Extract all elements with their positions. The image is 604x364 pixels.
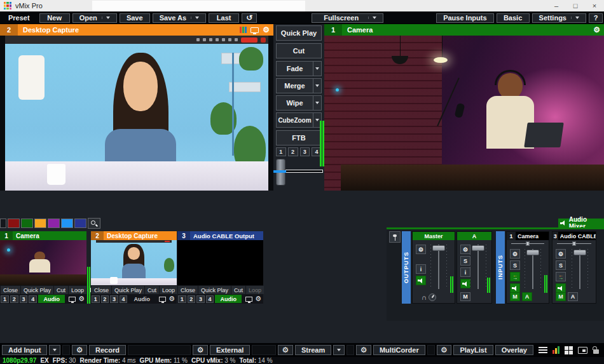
record-settings-button[interactable]: ⚙ <box>72 345 87 355</box>
loop-button[interactable]: Loop <box>69 286 86 294</box>
pan-handle[interactable] <box>573 241 576 246</box>
channel-header[interactable]: Master <box>413 232 455 240</box>
add-input-button[interactable]: Add Input <box>2 345 47 355</box>
external-button[interactable]: External <box>210 345 250 355</box>
speaker-button[interactable] <box>556 283 566 293</box>
last-preset-button[interactable]: Last <box>209 13 239 23</box>
solo-button[interactable]: S <box>460 256 470 266</box>
stream-config-button[interactable]: ⚙ <box>356 345 371 355</box>
preset-button[interactable]: Preset <box>1 13 37 23</box>
close-button[interactable]: Close <box>92 286 111 294</box>
transition-position-1[interactable]: 1 <box>276 147 286 156</box>
overlay-button[interactable]: Overlay <box>495 345 533 355</box>
color-bars-icon[interactable] <box>240 27 247 33</box>
overlay-1-button[interactable]: 1 <box>92 295 100 303</box>
unlock-icon[interactable] <box>593 346 600 354</box>
overlay-2-button[interactable]: 2 <box>101 295 109 303</box>
input-2-thumbnail[interactable] <box>91 240 177 285</box>
input-1-thumbnail[interactable] <box>0 240 86 285</box>
overlay-3-button[interactable]: 3 <box>110 295 118 303</box>
overlay-1-button[interactable]: 1 <box>178 295 186 303</box>
monitor-icon[interactable] <box>159 297 166 302</box>
channel-header[interactable]: 3 Audio CABLE Output <box>553 232 596 240</box>
mute-button[interactable]: M <box>510 292 520 301</box>
save-as-button[interactable]: Save As <box>153 13 206 23</box>
gear-icon[interactable]: ⚙ <box>168 295 175 303</box>
overlay-3-button[interactable]: 3 <box>20 295 28 303</box>
multicorder-button[interactable]: MultiCorder <box>373 345 425 355</box>
audio-mixer-title[interactable]: Audio Mixer <box>558 219 604 227</box>
monitor-icon[interactable] <box>69 297 76 302</box>
channel-header[interactable]: 1 Camera <box>507 232 549 240</box>
gear-icon[interactable]: ⚙ <box>263 26 270 34</box>
pause-inputs-button[interactable]: Pause Inputs <box>436 13 493 23</box>
category-swatch-blue[interactable] <box>61 219 73 228</box>
speaker-button[interactable] <box>460 279 470 288</box>
cut-button[interactable]: Cut <box>276 43 322 58</box>
fade-button[interactable]: Fade <box>276 61 322 76</box>
category-swatch-green[interactable] <box>21 219 33 228</box>
gear-icon[interactable]: ⚙ <box>416 245 426 254</box>
category-swatch-gray[interactable] <box>0 219 6 228</box>
display-icon[interactable] <box>578 347 587 354</box>
overlay-2-button[interactable]: 2 <box>10 295 18 303</box>
gear-icon[interactable]: ⚙ <box>556 249 566 259</box>
open-button[interactable]: Open <box>72 13 117 23</box>
close-button[interactable]: Close <box>178 286 198 294</box>
basic-button[interactable]: Basic <box>497 13 530 23</box>
settings-button[interactable]: Settings <box>532 13 586 23</box>
monitor-icon[interactable] <box>245 297 252 302</box>
bus-a-button[interactable]: A <box>568 292 578 301</box>
solo-button[interactable]: S <box>556 260 566 270</box>
quick-play-button[interactable]: Quick Play <box>112 286 144 294</box>
overlay-2-button[interactable]: 2 <box>188 295 196 303</box>
program-video[interactable] <box>324 36 604 191</box>
multicorder-config-button[interactable]: ⚙ <box>437 345 452 355</box>
gear-icon[interactable]: ⚙ <box>460 245 470 254</box>
speaker-button[interactable] <box>510 283 520 293</box>
reload-preset-icon[interactable]: ↺ <box>242 13 257 23</box>
category-swatch-red[interactable] <box>8 219 20 228</box>
program-header[interactable]: 1 Camera ⚙ <box>324 24 604 36</box>
channel-header[interactable]: A <box>457 232 491 240</box>
gear-icon[interactable]: ⚙ <box>78 295 85 303</box>
pin-button[interactable] <box>389 231 401 243</box>
input-3-header[interactable]: 3 Audio CABLE Output <box>177 231 263 240</box>
category-swatch-orange[interactable] <box>34 219 46 228</box>
fader-handle[interactable] <box>526 250 539 255</box>
input-3-thumbnail[interactable] <box>177 240 263 285</box>
ftb-button[interactable]: FTB <box>276 130 322 145</box>
category-swatch-purple[interactable] <box>48 219 60 228</box>
close-button[interactable]: Close <box>1 286 20 294</box>
mute-button[interactable]: M <box>460 292 470 301</box>
quick-play-button[interactable]: Quick Play <box>21 286 53 294</box>
headphones-icon[interactable]: ∩ <box>422 293 427 301</box>
gear-icon[interactable]: ⚙ <box>593 26 600 34</box>
preview-video[interactable] <box>0 36 273 191</box>
stream-caret[interactable] <box>333 345 345 355</box>
overlay-4-button[interactable]: 4 <box>120 295 128 303</box>
merge-button[interactable]: Merge <box>276 78 322 93</box>
route-arrows-icon[interactable]: ←→ <box>556 272 566 281</box>
minimize-button[interactable]: – <box>547 0 566 11</box>
audio-button[interactable]: Audio <box>38 295 65 303</box>
gear-icon[interactable]: ⚙ <box>510 249 520 259</box>
preview-header[interactable]: 2 Desktop Capture ⚙ <box>0 24 273 36</box>
external-config-button[interactable]: ⚙ <box>278 345 293 355</box>
mute-button[interactable]: M <box>556 292 566 301</box>
solo-button[interactable]: S <box>510 260 520 270</box>
cubezoom-button[interactable]: CubeZoom <box>276 112 322 128</box>
close-button[interactable]: × <box>585 0 604 11</box>
speaker-button[interactable] <box>416 276 426 285</box>
menu-icon[interactable] <box>539 347 547 353</box>
overlay-4-button[interactable]: 4 <box>206 295 214 303</box>
overlay-1-button[interactable]: 1 <box>1 295 9 303</box>
cut-button[interactable]: Cut <box>54 286 68 294</box>
add-input-caret[interactable] <box>49 345 60 355</box>
fader-handle[interactable] <box>573 250 586 255</box>
tbar-track[interactable] <box>285 170 323 173</box>
input-1-header[interactable]: 1 Camera <box>0 231 86 240</box>
wipe-button[interactable]: Wipe <box>276 95 322 111</box>
monitor-icon[interactable] <box>251 27 259 33</box>
new-button[interactable]: New <box>39 13 70 23</box>
